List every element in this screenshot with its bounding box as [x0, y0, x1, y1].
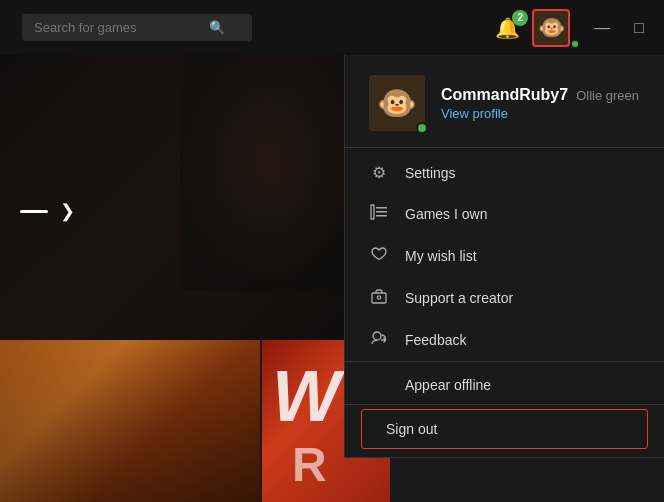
feedback-icon: [369, 330, 389, 350]
bg-decoration: [180, 40, 360, 290]
menu-label-games: Games I own: [405, 206, 487, 222]
avatar-button[interactable]: 🐵: [532, 9, 570, 47]
profile-avatar: 🐵: [369, 75, 425, 131]
notification-badge: 2: [512, 10, 528, 26]
nav-next-button[interactable]: ❯: [60, 200, 75, 222]
menu-label-wishlist: My wish list: [405, 248, 477, 264]
svg-rect-1: [376, 207, 387, 209]
menu-item-wishlist[interactable]: My wish list: [345, 235, 664, 277]
svg-rect-4: [372, 293, 386, 303]
thumbnail-row: [0, 340, 390, 502]
settings-icon: ⚙: [369, 163, 389, 182]
menu-label-appear-offline: Appear offline: [405, 377, 491, 393]
svg-rect-5: [378, 296, 381, 299]
menu-item-games[interactable]: Games I own: [345, 193, 664, 235]
menu-item-creator[interactable]: Support a creator: [345, 277, 664, 319]
wishlist-icon: [369, 246, 389, 266]
search-bar[interactable]: 🔍: [22, 14, 252, 41]
maximize-button[interactable]: □: [626, 16, 652, 40]
games-icon: [369, 204, 389, 224]
nav-area: ❯: [20, 200, 75, 222]
menu-item-settings[interactable]: ⚙ Settings: [345, 152, 664, 193]
minimize-button[interactable]: —: [586, 16, 618, 40]
svg-point-6: [373, 332, 381, 340]
svg-rect-2: [376, 211, 387, 213]
profile-section: 🐵 CommandRuby7 Ollie green View profile: [345, 55, 664, 147]
header: 🔍 🔔 2 🐵 — □: [0, 0, 664, 55]
sign-out-button[interactable]: Sign out: [361, 409, 648, 449]
menu-divider-1: [345, 147, 664, 148]
menu-label-feedback: Feedback: [405, 332, 466, 348]
avatar-wrapper: 🐵: [532, 9, 578, 47]
search-icon[interactable]: 🔍: [209, 20, 225, 35]
window-controls: — □: [586, 16, 652, 40]
menu-item-feedback[interactable]: Feedback: [345, 319, 664, 361]
menu-divider-3: [345, 404, 664, 405]
sign-out-label: Sign out: [386, 421, 437, 437]
thumbnail-1: [0, 340, 260, 502]
profile-status: Ollie green: [576, 88, 639, 103]
profile-username: CommandRuby7: [441, 86, 568, 104]
menu-divider-2: [345, 361, 664, 362]
menu-label-settings: Settings: [405, 165, 456, 181]
notifications-button[interactable]: 🔔 2: [495, 16, 520, 40]
svg-rect-0: [371, 205, 374, 219]
view-profile-link[interactable]: View profile: [441, 106, 639, 121]
svg-rect-3: [376, 215, 387, 217]
menu-item-appear-offline[interactable]: Appear offline: [345, 366, 664, 404]
profile-info: CommandRuby7 Ollie green View profile: [441, 86, 639, 121]
avatar-emoji: 🐵: [538, 15, 565, 41]
search-input[interactable]: [34, 20, 209, 35]
nav-dash: [20, 210, 48, 213]
menu-label-creator: Support a creator: [405, 290, 513, 306]
online-status-dot: [570, 39, 580, 49]
user-dropdown: 🐵 CommandRuby7 Ollie green View profile …: [344, 55, 664, 458]
profile-avatar-emoji: 🐵: [377, 84, 417, 122]
profile-online-dot: [416, 122, 428, 134]
creator-icon: [369, 288, 389, 308]
